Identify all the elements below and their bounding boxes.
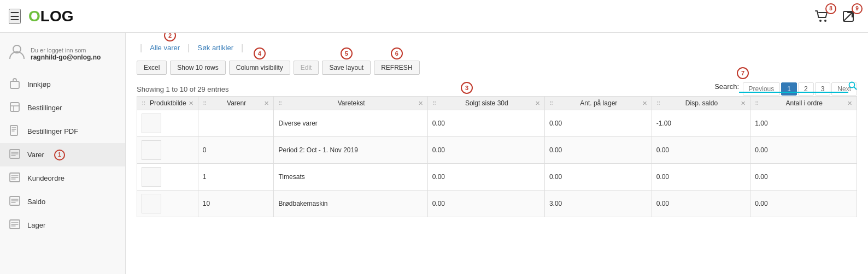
annotation-6: 6 [391, 47, 403, 59]
table-row: 1 Timesats 0.00 0.00 0.00 0.00 [137, 164, 857, 190]
table-row: Diverse varer 0.00 0.00 -1.00 1.00 [137, 110, 857, 137]
badge-9: 9 [852, 3, 863, 14]
sidebar: Du er logget inn som ragnhild-go@onlog.n… [0, 33, 126, 274]
search-label: Search: [714, 82, 739, 91]
col-header-varenr[interactable]: ⠿ Varenr ✕ [198, 97, 274, 110]
refresh-button[interactable]: REFRESH [374, 61, 419, 75]
save-layout-button[interactable]: Save layout [322, 61, 371, 75]
lager-icon [9, 218, 21, 232]
tab-alle-varer[interactable]: Alle varer [145, 41, 184, 54]
user-email: ragnhild-go@onlog.no [31, 53, 101, 61]
search-row: 7 Search: [137, 80, 857, 93]
nav-label-bestillinger-pdf: Bestillinger PDF [27, 127, 78, 135]
annotation-2: 2 [164, 33, 176, 41]
sidebar-item-innkjop[interactable]: Innkjøp [0, 73, 125, 96]
col-header-ant[interactable]: ⠿ Ant. på lager ✕ [544, 97, 652, 110]
header-icons: 8 9 [811, 5, 859, 27]
col-header-solgt[interactable]: ⠿ Solgt siste 30d ✕ [427, 97, 544, 110]
svg-rect-6 [10, 126, 17, 135]
kundeordre-icon [9, 171, 21, 185]
shopping-bag-icon [9, 78, 21, 91]
svg-rect-4 [10, 81, 19, 88]
pdf-icon [9, 124, 21, 138]
show-rows-button[interactable]: Show 10 rows [170, 61, 225, 75]
col-header-antall-ordre[interactable]: ⠿ Antall i ordre ✕ [750, 97, 857, 110]
user-icon [9, 44, 25, 64]
svg-point-0 [819, 20, 822, 22]
header-left: ☰ OLOG [9, 8, 73, 25]
sidebar-item-lager[interactable]: Lager [0, 213, 125, 237]
nav-label-innkjop: Innkjøp [27, 80, 51, 88]
sidebar-item-varer[interactable]: Varer 1 [0, 143, 125, 166]
search-input[interactable] [739, 80, 848, 93]
svg-rect-5 [10, 103, 19, 111]
logo: OLOG [28, 8, 73, 25]
nav-label-kundeordre: Kundeordre [27, 174, 64, 182]
table-wrapper: 3 ⠿ Produktbilde ✕ ⠿ [137, 96, 857, 217]
toolbar: Excel Show 10 rows 4 Column visibility E… [137, 61, 857, 75]
user-section: Du er logget inn som ragnhild-go@onlog.n… [0, 38, 125, 73]
svg-line-12 [854, 87, 857, 89]
sidebar-item-kundeordre[interactable]: Kundeordre [0, 166, 125, 190]
main-layout: Du er logget inn som ragnhild-go@onlog.n… [0, 33, 868, 274]
table-row: 0 Period 2: Oct - 1. Nov 2019 0.00 0.00 … [137, 137, 857, 164]
nav-label-varer: Varer [27, 151, 44, 159]
nav-label-bestillinger: Bestillinger [27, 104, 62, 112]
badge-8: 8 [825, 3, 836, 14]
sidebar-item-bestillinger-pdf[interactable]: Bestillinger PDF [0, 120, 125, 143]
box-icon [9, 101, 21, 115]
data-table: ⠿ Produktbilde ✕ ⠿ Varenr ✕ [137, 96, 857, 217]
tabs-row: 2 | Alle varer | Søk artikler | [137, 41, 857, 54]
table-row: 10 Brødbakemaskin 0.00 3.00 0.00 0.00 [137, 190, 857, 217]
logo-text: OLOG [28, 8, 73, 25]
svg-point-1 [824, 20, 826, 22]
tab-sok-artikler[interactable]: Søk artikler [193, 41, 238, 54]
col-header-varetekst[interactable]: ⠿ Varetekst ✕ [274, 97, 427, 110]
content-area: 2 | Alle varer | Søk artikler | Excel Sh… [126, 33, 868, 274]
column-visibility-button[interactable]: Column visibility [229, 61, 290, 75]
edit-button[interactable]: Edit [294, 61, 319, 75]
user-info: Du er logget inn som ragnhild-go@onlog.n… [31, 47, 101, 61]
varer-badge: 1 [54, 150, 65, 160]
sidebar-item-bestillinger[interactable]: Bestillinger [0, 96, 125, 120]
search-icon [848, 81, 857, 92]
nav-label-saldo: Saldo [27, 198, 45, 206]
sidebar-item-saldo[interactable]: Saldo [0, 190, 125, 213]
top-header: ☰ OLOG 8 9 [0, 0, 868, 33]
saldo-icon [9, 195, 21, 209]
annotation-3: 3 [461, 82, 473, 94]
logo-dot: O [28, 8, 40, 25]
hamburger-button[interactable]: ☰ [9, 9, 21, 24]
excel-button[interactable]: Excel [137, 61, 167, 75]
annotation-5: 5 [341, 47, 353, 59]
list-icon [9, 148, 21, 162]
user-logged-label: Du er logget inn som [31, 47, 101, 53]
col-header-disp[interactable]: ⠿ Disp. saldo ✕ [652, 97, 750, 110]
col-header-produktbilde[interactable]: ⠿ Produktbilde ✕ [137, 97, 198, 110]
annotation-4: 4 [254, 47, 266, 59]
nav-label-lager: Lager [27, 221, 45, 229]
annotation-7: 7 [737, 67, 749, 79]
